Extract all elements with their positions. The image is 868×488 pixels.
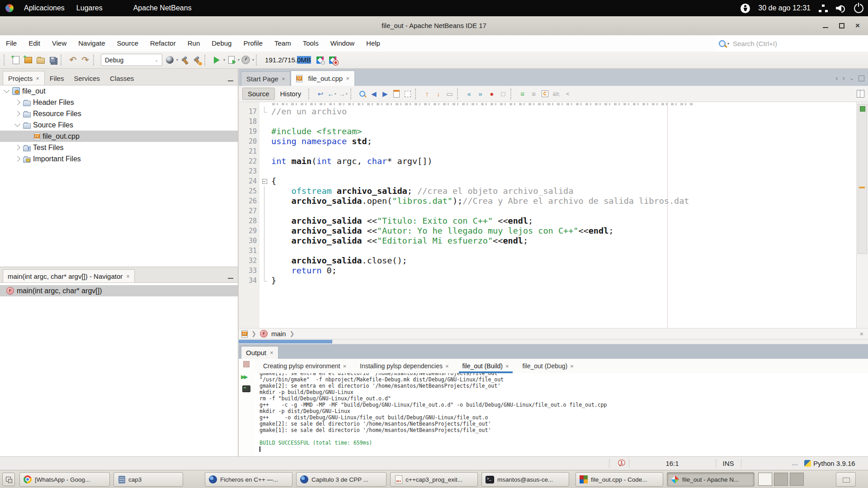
close-icon[interactable]: × [282, 75, 285, 82]
network-icon[interactable] [819, 5, 828, 12]
taskbar-item-vscode[interactable]: file_out.cpp - Code... [576, 472, 663, 487]
insert-mode[interactable]: INS [716, 457, 741, 470]
build-project-button[interactable] [178, 54, 190, 66]
close-icon[interactable]: × [860, 330, 863, 338]
tab-projects[interactable]: Projects× [3, 71, 45, 85]
notifications-badge[interactable]: 1 [618, 460, 625, 466]
search-dropdown-icon[interactable]: ▾ [727, 42, 729, 46]
code-line[interactable]: 31 [239, 246, 856, 256]
search-input[interactable]: ▾ Search (Ctrl+I) [714, 35, 868, 52]
navigator-item-main[interactable]: main(int argc, char* argv[]) [0, 285, 238, 296]
new-project-button[interactable]: + [22, 54, 34, 66]
workspace-2[interactable] [774, 473, 788, 486]
tree-item-file-out[interactable]: file_out [0, 85, 238, 97]
record-macro-icon[interactable]: ● [486, 89, 497, 99]
show-desktop-button[interactable] [2, 473, 15, 486]
menu-help[interactable]: Help [360, 35, 386, 52]
save-all-button[interactable] [47, 54, 59, 66]
clock[interactable]: 30 de ago 12:31 [758, 4, 811, 12]
stop-icon[interactable] [243, 361, 250, 367]
tree-item-header-files[interactable]: Header Files [0, 97, 238, 108]
menu-debug[interactable]: Debug [206, 35, 237, 52]
lt-button[interactable]: < [562, 89, 573, 99]
warning-mark[interactable] [859, 187, 865, 188]
build-console[interactable]: gmake[1]: se entra en el directorio '/ho… [255, 373, 868, 456]
tab-list-dropdown-icon[interactable]: ⌄ [849, 75, 854, 81]
tree-item-file-out-cpp[interactable]: file_out.cpp [0, 131, 238, 142]
code-line[interactable]: 27 [239, 206, 856, 216]
code-line[interactable]: 18 [239, 117, 856, 127]
open-project-button[interactable] [34, 54, 47, 66]
taskbar-item-docviewer[interactable]: Ficheros en C++ —... [205, 472, 292, 487]
tab-services[interactable]: Services [69, 72, 105, 85]
menu-run[interactable]: Run [182, 35, 206, 52]
code-line[interactable]: 33 return 0; [239, 266, 856, 276]
find-previous-icon[interactable]: ◀ [368, 89, 379, 99]
rectangular-selection-icon[interactable] [402, 89, 413, 99]
workspace-1[interactable] [758, 473, 772, 486]
distro-logo-icon[interactable] [5, 4, 14, 12]
runtime-label[interactable]: Python 3.9.16 [813, 457, 865, 470]
scrollbar-thumb[interactable] [239, 340, 332, 343]
configuration-select[interactable]: Debug⌄ [101, 54, 162, 66]
tree-item-important-files[interactable]: Important Files [0, 153, 238, 164]
previous-bookmark-icon[interactable]: ↑ [422, 89, 432, 99]
editor-scrollbar-thumb[interactable] [858, 104, 867, 254]
tab-files[interactable]: Files [45, 72, 69, 85]
debug-project-button[interactable] [225, 54, 237, 66]
menu-file[interactable]: File [0, 35, 23, 52]
toggle-highlight-icon[interactable] [391, 89, 401, 99]
expand-chevron-icon[interactable] [4, 87, 9, 93]
menu-tools[interactable]: Tools [297, 35, 325, 52]
tree-item-source-files[interactable]: Source Files [0, 119, 238, 131]
applications-menu[interactable]: Aplicaciones [18, 0, 71, 16]
tree-item-test-files[interactable]: Test Files [0, 142, 238, 153]
window-title-bar[interactable]: file_out - Apache NetBeans IDE 17 × [0, 16, 868, 36]
entity-lt-button[interactable]: &lt; [551, 89, 561, 99]
scroll-tabs-left-icon[interactable]: ‹ [835, 74, 838, 82]
tray-corner-button[interactable] [836, 472, 856, 487]
expand-chevron-icon[interactable] [14, 111, 20, 117]
code-line[interactable]: 32 archivo_salida.close(); [239, 256, 856, 266]
active-app-menu[interactable]: Apache NetBeans [127, 0, 198, 16]
menu-team[interactable]: Team [269, 35, 297, 52]
close-icon[interactable]: × [270, 349, 274, 356]
expand-chevron-icon[interactable] [14, 99, 20, 105]
find-icon[interactable] [357, 89, 368, 99]
memory-meter[interactable]: 191.2/715.0MB [265, 56, 311, 64]
shift-left-icon[interactable]: « [464, 89, 474, 99]
output-tab-installing-pylsp-dependencies[interactable]: Installing pylsp dependencies× [356, 359, 453, 373]
output-window-tab[interactable]: Output× [241, 346, 278, 359]
menu-edit[interactable]: Edit [23, 35, 46, 52]
close-icon[interactable]: × [505, 363, 509, 370]
split-editor-icon[interactable] [857, 90, 864, 98]
last-edit-icon[interactable]: ↩ [315, 89, 326, 99]
comment-icon[interactable]: ≡ [517, 89, 528, 99]
tree-item-resource-files[interactable]: Resource Files [0, 108, 238, 119]
code-line[interactable]: 28 archivo_salida <<"Titulo: Exito con C… [239, 216, 856, 226]
volume-icon[interactable] [836, 4, 846, 12]
profile-record-icon[interactable] [329, 56, 336, 64]
expand-chevron-icon[interactable] [14, 121, 20, 127]
breadcrumb-item[interactable]: main [271, 330, 286, 338]
code-line[interactable]: 25 ofstream archivo_salida; //crea el ob… [239, 186, 856, 196]
code-line[interactable]: 17//en un archivo [239, 107, 856, 117]
tab-classes[interactable]: Classes [105, 72, 139, 85]
stop-macro-icon[interactable]: □ [498, 89, 508, 99]
minimize-panel-icon[interactable] [228, 278, 233, 279]
scroll-tabs-right-icon[interactable]: › [843, 74, 845, 82]
editor-tab-file-out-cpp[interactable]: file_out.cpp× [291, 70, 354, 86]
forward-icon[interactable]: →▾ [338, 89, 348, 99]
connect-icon[interactable] [164, 54, 176, 66]
code-line[interactable]: 30 archivo_salida <<"Editorial Mi esfuer… [239, 236, 856, 246]
places-menu[interactable]: Lugares [71, 0, 108, 16]
history-view-button[interactable]: History [275, 88, 307, 100]
code-template-icon[interactable]: C [540, 89, 550, 99]
profile-project-button[interactable] [240, 54, 252, 66]
code-line[interactable]: 24{ [239, 176, 856, 186]
redo-button[interactable]: ↷ [79, 54, 91, 66]
workspace-3[interactable] [790, 473, 804, 486]
menu-navigate[interactable]: Navigate [72, 35, 111, 52]
toggle-bookmark-icon[interactable]: ▭ [444, 89, 455, 99]
code-line[interactable]: 20using namespace std; [239, 136, 856, 146]
